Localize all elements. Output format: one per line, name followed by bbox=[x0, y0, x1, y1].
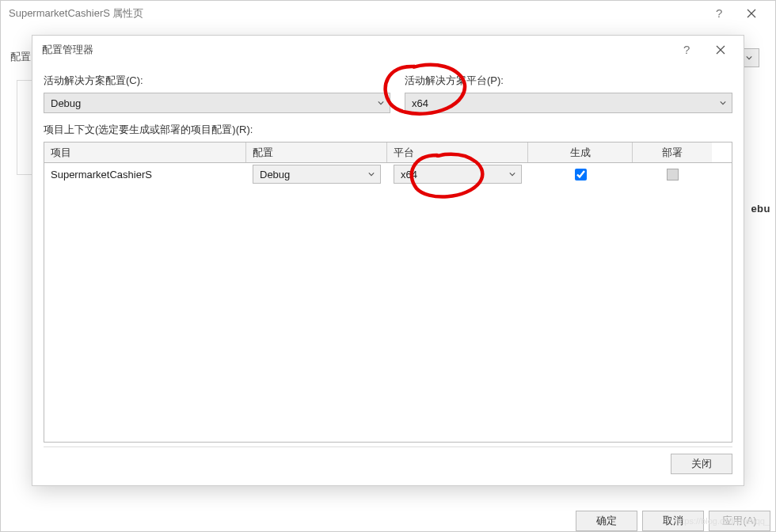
col-platform[interactable]: 平台 bbox=[387, 142, 528, 162]
project-grid: 项目 配置 平台 生成 部署 SupermarketCashierS Debug… bbox=[44, 142, 732, 443]
outer-title-text: SupermarketCashierS 属性页 bbox=[9, 6, 704, 21]
separator bbox=[44, 446, 732, 447]
chevron-down-icon bbox=[714, 93, 732, 112]
configuration-manager-dialog: 配置管理器 ? 活动解决方案配置(C): Debug 活动解决方案平台(P): … bbox=[32, 35, 744, 486]
svg-text:?: ? bbox=[716, 6, 722, 20]
active-config-dropdown[interactable]: Debug bbox=[44, 93, 390, 113]
row-config-dropdown[interactable]: Debug bbox=[253, 165, 381, 184]
watermark: https://blog.csdn.net/qq_ bbox=[675, 516, 770, 526]
cell-project: SupermarketCashierS bbox=[44, 169, 246, 180]
row-build-checkbox[interactable] bbox=[575, 169, 587, 180]
ok-button[interactable]: 确定 bbox=[576, 511, 637, 531]
active-config-label: 活动解决方案配置(C): bbox=[44, 74, 390, 88]
close-button[interactable]: 关闭 bbox=[671, 454, 732, 474]
chevron-down-icon bbox=[372, 93, 390, 112]
grid-header: 项目 配置 平台 生成 部署 bbox=[44, 142, 732, 163]
help-icon[interactable]: ? bbox=[704, 1, 736, 26]
active-config-value: Debug bbox=[51, 97, 81, 109]
chevron-down-icon bbox=[504, 165, 521, 183]
col-project[interactable]: 项目 bbox=[44, 142, 246, 162]
inner-title-text: 配置管理器 bbox=[42, 43, 671, 57]
col-config[interactable]: 配置 bbox=[246, 142, 387, 162]
active-platform-dropdown[interactable]: x64 bbox=[405, 93, 732, 113]
row-platform-dropdown[interactable]: x64 bbox=[394, 165, 522, 184]
inner-titlebar: 配置管理器 ? bbox=[32, 36, 744, 64]
outer-titlebar: SupermarketCashierS 属性页 ? bbox=[1, 1, 775, 26]
partial-platform-text: ebu bbox=[751, 203, 770, 215]
help-icon[interactable]: ? bbox=[671, 36, 704, 64]
close-icon[interactable] bbox=[704, 36, 737, 64]
active-platform-value: x64 bbox=[412, 97, 428, 109]
row-deploy-checkbox-disabled bbox=[667, 169, 679, 180]
col-deploy[interactable]: 部署 bbox=[633, 142, 712, 162]
active-platform-label: 活动解决方案平台(P): bbox=[405, 74, 732, 88]
table-row: SupermarketCashierS Debug x64 bbox=[44, 163, 732, 185]
col-build[interactable]: 生成 bbox=[528, 142, 633, 162]
close-icon[interactable] bbox=[736, 1, 767, 26]
inner-content: 活动解决方案配置(C): Debug 活动解决方案平台(P): x64 项目上下… bbox=[32, 64, 744, 450]
project-context-label: 项目上下文(选定要生成或部署的项目配置)(R): bbox=[44, 123, 732, 137]
svg-text:?: ? bbox=[683, 43, 690, 56]
outer-config-label: 配置 bbox=[10, 50, 31, 64]
chevron-down-icon bbox=[363, 165, 380, 183]
